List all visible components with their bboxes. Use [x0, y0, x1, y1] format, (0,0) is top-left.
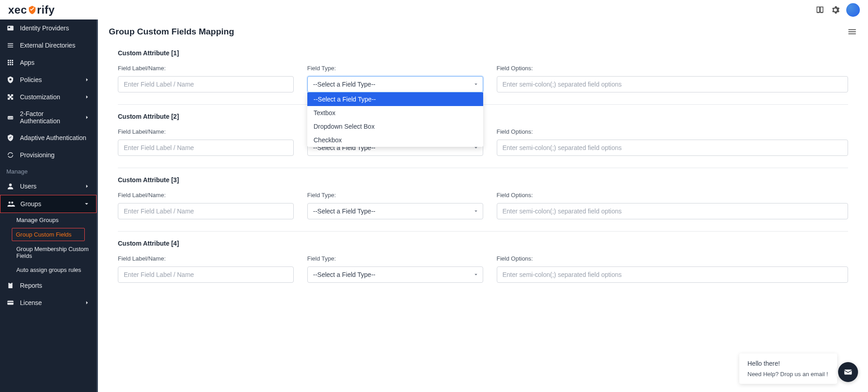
sub-item-group-membership-custom-fields[interactable]: Group Membership Custom Fields [0, 242, 97, 263]
nav-label: License [20, 299, 78, 306]
app-header: xecrify [0, 0, 868, 19]
sidebar-item-groups[interactable]: Groups [0, 195, 97, 213]
sync-icon [6, 151, 15, 159]
chevron-right-icon [84, 94, 90, 100]
sidebar-item-license[interactable]: License [0, 294, 97, 311]
logo-pre: xec [8, 4, 27, 16]
chat-greeting: Hello there! [747, 360, 829, 367]
dropdown-option-textbox[interactable]: Textbox [307, 106, 483, 120]
field-type-label: Field Type: [307, 65, 483, 72]
svg-rect-13 [12, 64, 13, 65]
svg-rect-24 [849, 29, 856, 30]
page-header: Group Custom Fields Mapping [98, 19, 868, 41]
card-icon [6, 299, 15, 307]
field-label-name: Field Label/Name: [118, 128, 294, 135]
page-title: Group Custom Fields Mapping [109, 27, 234, 37]
attribute-title: Custom Attribute [4] [118, 240, 848, 247]
header-actions [815, 3, 860, 17]
field-type-select[interactable]: --Select a Field Type-- [307, 266, 483, 283]
nav-label: Customization [20, 93, 78, 101]
chevron-right-icon [84, 114, 90, 121]
nav-label: Adaptive Authentication [20, 134, 90, 141]
field-options-input[interactable] [497, 266, 849, 283]
brand-logo[interactable]: xecrify [8, 4, 55, 16]
chevron-right-icon [84, 183, 90, 189]
nav-label: Groups [20, 200, 78, 208]
chevron-down-icon [83, 201, 90, 207]
sub-item-manage-groups[interactable]: Manage Groups [0, 213, 97, 227]
chevron-right-icon [84, 300, 90, 306]
sidebar-item-users[interactable]: Users [0, 178, 97, 195]
field-label-input[interactable] [118, 76, 294, 92]
user-icon [6, 182, 15, 190]
book-icon[interactable] [815, 5, 824, 15]
sidebar-item-reports[interactable]: Reports [0, 277, 97, 294]
svg-rect-23 [7, 302, 14, 303]
sidebar-item-external-directories[interactable]: External Directories [0, 37, 97, 54]
dropdown-option-checkbox[interactable]: Checkbox [307, 133, 483, 147]
list-icon [6, 41, 15, 49]
sidebar-item-policies[interactable]: Policies [0, 71, 97, 88]
nav-label: 2-Factor Authentication [20, 110, 78, 125]
field-label-name: Field Label/Name: [118, 192, 294, 198]
sidebar-item-identity-providers[interactable]: Identity Providers [0, 19, 97, 37]
svg-rect-7 [12, 60, 13, 61]
shield-check-icon [6, 134, 15, 142]
sidebar-item-apps[interactable]: Apps [0, 54, 97, 71]
sub-item-group-custom-fields[interactable]: Group Custom Fields [12, 228, 85, 241]
field-label-input[interactable] [118, 203, 294, 219]
dropdown-option-placeholder[interactable]: --Select a Field Type-- [307, 92, 483, 106]
sidebar-item-adaptive-auth[interactable]: Adaptive Authentication [0, 129, 97, 146]
svg-rect-10 [12, 62, 13, 63]
field-options-label: Field Options: [497, 65, 849, 72]
nav-label: Users [20, 183, 78, 190]
field-label-name: Field Label/Name: [118, 255, 294, 262]
gear-icon[interactable] [831, 5, 840, 15]
svg-rect-8 [8, 62, 9, 63]
sidebar-item-customization[interactable]: Customization [0, 88, 97, 106]
shield-cog-icon [6, 76, 15, 84]
svg-text:123: 123 [8, 116, 13, 119]
field-type-dropdown: --Select a Field Type-- Textbox Dropdown… [307, 92, 483, 147]
svg-rect-11 [8, 64, 9, 65]
nav-label: Apps [20, 59, 90, 66]
field-type-label: Field Type: [307, 255, 483, 262]
nav-label: Identity Providers [20, 24, 90, 32]
field-options-input[interactable] [497, 140, 849, 156]
svg-rect-0 [7, 26, 14, 31]
clipboard-icon [6, 281, 15, 290]
field-options-input[interactable] [497, 203, 849, 219]
hamburger-icon[interactable] [847, 27, 857, 37]
custom-attribute-block-4: Custom Attribute [4] Field Label/Name: F… [118, 232, 848, 295]
chat-fab[interactable] [838, 362, 858, 382]
svg-rect-27 [844, 370, 852, 375]
custom-attribute-block-2: Custom Attribute [2] Field Label/Name: F… [118, 105, 848, 168]
svg-point-14 [10, 78, 12, 81]
sidebar-item-provisioning[interactable]: Provisioning [0, 146, 97, 164]
puzzle-icon [6, 93, 15, 101]
grid-icon [6, 58, 15, 67]
sidebar-item-2fa[interactable]: 123 2-Factor Authentication [0, 106, 97, 129]
field-label-input[interactable] [118, 140, 294, 156]
svg-rect-21 [10, 282, 12, 284]
field-label-input[interactable] [118, 266, 294, 283]
chevron-right-icon [84, 77, 90, 83]
attribute-title: Custom Attribute [3] [118, 176, 848, 184]
mail-icon [843, 367, 853, 377]
attribute-title: Custom Attribute [2] [118, 113, 848, 120]
field-type-select[interactable]: --Select a Field Type-- [307, 76, 483, 92]
svg-rect-9 [10, 62, 11, 63]
field-options-input[interactable] [497, 76, 849, 92]
chat-popup: Hello there! Need Help? Drop us an email… [739, 353, 837, 384]
dropdown-option-dropdown-select-box[interactable]: Dropdown Select Box [307, 120, 483, 133]
svg-rect-5 [8, 60, 9, 61]
svg-rect-1 [9, 27, 10, 28]
sub-item-auto-assign-groups-rules[interactable]: Auto assign groups rules [0, 263, 97, 277]
svg-rect-12 [10, 64, 11, 65]
badge-icon: 123 [6, 113, 15, 121]
field-options-label: Field Options: [497, 192, 849, 198]
attribute-title: Custom Attribute [1] [118, 49, 848, 57]
field-type-select[interactable]: --Select a Field Type-- [307, 203, 483, 219]
user-avatar[interactable] [846, 3, 860, 17]
logo-post: rify [37, 4, 55, 16]
